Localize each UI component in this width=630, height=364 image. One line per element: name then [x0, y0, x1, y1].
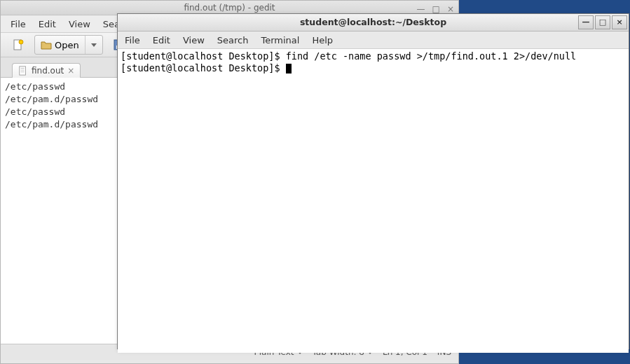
terminal-title-text: student@localhost:~/Desktop [300, 17, 446, 27]
terminal-menu-terminal[interactable]: Terminal [261, 35, 299, 46]
terminal-menu-search[interactable]: Search [217, 35, 249, 46]
terminal-menu-bar: File Edit View Search Terminal Help [118, 31, 629, 49]
gedit-title-text: find.out (/tmp) - gedit [184, 3, 275, 13]
terminal-line-1-prompt: [student@localhost Desktop]$ [121, 62, 286, 74]
terminal-body[interactable]: [student@localhost Desktop]$ find /etc -… [118, 49, 629, 353]
gedit-file-content: /etc/passwd /etc/pam.d/passwd /etc/passw… [5, 81, 98, 130]
terminal-minimize-button[interactable]: — [578, 15, 594, 29]
terminal-menu-file[interactable]: File [125, 35, 140, 46]
gedit-menu-file[interactable]: File [11, 19, 26, 29]
terminal-titlebar[interactable]: student@localhost:~/Desktop — □ × [118, 14, 629, 31]
terminal-maximize-button[interactable]: □ [595, 15, 610, 29]
terminal-close-button[interactable]: × [612, 15, 627, 29]
chevron-down-icon [91, 43, 97, 47]
open-button-group: Open [34, 35, 103, 55]
open-button[interactable]: Open [35, 39, 85, 50]
terminal-cursor [286, 64, 292, 74]
gedit-tab-findout[interactable]: find.out × [12, 63, 81, 78]
terminal-line-0-cmd: find /etc -name passwd >/tmp/find.out.1 … [286, 50, 577, 62]
terminal-menu-view[interactable]: View [183, 35, 205, 46]
folder-open-icon [41, 39, 52, 50]
new-file-button[interactable] [8, 35, 29, 55]
terminal-menu-help[interactable]: Help [312, 35, 333, 46]
gedit-menu-edit[interactable]: Edit [39, 19, 56, 29]
terminal-line-0-prompt: [student@localhost Desktop]$ [121, 50, 286, 62]
terminal-window-controls: — □ × [578, 15, 627, 29]
new-file-icon [13, 39, 24, 50]
terminal-window: student@localhost:~/Desktop — □ × File E… [117, 13, 629, 349]
gedit-menu-view[interactable]: View [69, 19, 90, 29]
gedit-tab-close[interactable]: × [67, 66, 74, 76]
svg-point-1 [19, 40, 23, 44]
open-dropdown[interactable] [85, 43, 102, 47]
open-button-label: Open [55, 40, 79, 50]
svg-rect-5 [20, 66, 26, 75]
gedit-tab-label: find.out [32, 66, 64, 76]
terminal-menu-edit[interactable]: Edit [153, 35, 170, 46]
document-icon [18, 66, 28, 76]
